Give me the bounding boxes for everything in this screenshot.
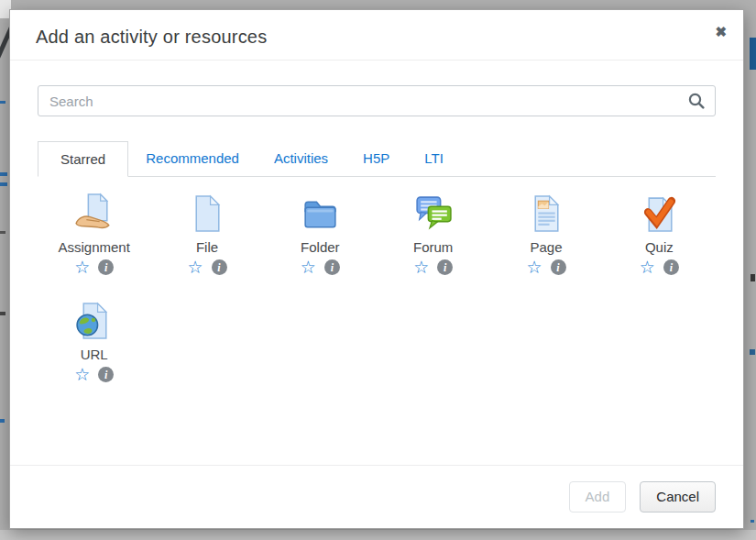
activity-item-folder[interactable]: Folder ☆ i xyxy=(264,193,377,275)
modal-body: Starred Recommended Activities H5P LTI A… xyxy=(10,61,743,465)
background-fragment xyxy=(751,520,754,523)
activity-item-quiz[interactable]: Quiz ☆ i xyxy=(603,193,716,275)
star-icon[interactable]: ☆ xyxy=(413,260,429,275)
star-icon[interactable]: ☆ xyxy=(187,260,203,275)
info-icon[interactable]: i xyxy=(98,367,114,382)
forum-icon[interactable] xyxy=(412,193,455,235)
info-glyph: i xyxy=(331,262,334,273)
tab-lti[interactable]: LTI xyxy=(407,141,461,176)
info-glyph: i xyxy=(104,262,107,273)
modal-header: Add an activity or resources ✖ xyxy=(10,10,743,61)
background-fragment xyxy=(0,419,5,423)
item-controls: ☆ i xyxy=(74,367,114,382)
info-icon[interactable]: i xyxy=(663,259,679,275)
file-icon[interactable] xyxy=(186,193,228,235)
background-fragment xyxy=(0,312,5,315)
activity-item-label[interactable]: File xyxy=(196,239,218,255)
add-button[interactable]: Add xyxy=(569,481,627,512)
search-icon[interactable] xyxy=(687,92,706,110)
cancel-button[interactable]: Cancel xyxy=(640,481,716,512)
item-controls: ☆ i xyxy=(413,259,453,275)
info-glyph: i xyxy=(444,262,446,273)
search-input[interactable] xyxy=(38,85,716,116)
add-activity-modal: Add an activity or resources ✖ Starred R… xyxy=(9,9,744,529)
info-icon[interactable]: i xyxy=(437,259,453,275)
star-icon[interactable]: ☆ xyxy=(74,368,90,382)
background-fragment xyxy=(750,38,756,70)
star-icon[interactable]: ☆ xyxy=(301,260,316,275)
info-icon[interactable]: i xyxy=(98,259,114,275)
activity-item-label[interactable]: Forum xyxy=(413,239,453,255)
assignment-icon[interactable] xyxy=(73,193,115,235)
info-glyph: i xyxy=(670,262,673,273)
url-icon[interactable] xyxy=(73,300,115,342)
tab-recommended[interactable]: Recommended xyxy=(128,141,257,176)
tab-h5p[interactable]: H5P xyxy=(345,141,407,176)
background-fragment xyxy=(0,182,7,186)
quiz-icon[interactable] xyxy=(638,193,680,235)
info-icon[interactable]: i xyxy=(212,259,227,275)
activity-item-label[interactable]: Assignment xyxy=(58,239,129,255)
activity-item-forum[interactable]: Forum ☆ i xyxy=(377,193,489,275)
activity-item-file[interactable]: File ☆ i xyxy=(150,193,263,275)
info-icon[interactable]: i xyxy=(324,259,340,275)
activity-grid: Assignment ☆ i File ☆ i xyxy=(38,193,716,382)
background-fragment xyxy=(0,172,7,176)
activity-item-page[interactable]: Page ☆ i xyxy=(489,193,602,275)
activity-item-url[interactable]: URL ☆ i xyxy=(38,300,150,382)
item-controls: ☆ i xyxy=(187,259,226,275)
tab-bar: Starred Recommended Activities H5P LTI xyxy=(38,141,716,177)
background-fragment xyxy=(750,349,755,355)
tab-starred[interactable]: Starred xyxy=(38,141,128,177)
background-fragment xyxy=(751,274,755,281)
tab-activities[interactable]: Activities xyxy=(257,141,345,176)
info-glyph: i xyxy=(556,262,559,273)
background-fragment xyxy=(0,530,756,540)
info-icon[interactable]: i xyxy=(551,259,566,275)
info-glyph: i xyxy=(104,369,107,380)
star-icon[interactable]: ☆ xyxy=(74,260,90,275)
activity-item-label[interactable]: Folder xyxy=(301,239,340,255)
item-controls: ☆ i xyxy=(301,259,340,275)
modal-title: Add an activity or resources xyxy=(36,27,267,47)
item-controls: ☆ i xyxy=(74,259,114,275)
item-controls: ☆ i xyxy=(640,259,679,275)
page-icon[interactable] xyxy=(525,193,567,235)
modal-footer: Add Cancel xyxy=(10,465,743,528)
close-icon[interactable]: ✖ xyxy=(712,22,729,41)
activity-item-label[interactable]: Quiz xyxy=(645,239,674,255)
search-bar xyxy=(38,85,716,116)
activity-item-label[interactable]: Page xyxy=(530,239,562,255)
activity-item-assignment[interactable]: Assignment ☆ i xyxy=(38,193,150,275)
folder-icon[interactable] xyxy=(299,193,341,235)
background-fragment xyxy=(0,101,5,104)
background-fragment xyxy=(0,231,5,234)
info-glyph: i xyxy=(217,262,220,273)
star-icon[interactable]: ☆ xyxy=(526,260,542,275)
item-controls: ☆ i xyxy=(526,259,565,275)
star-icon[interactable]: ☆ xyxy=(640,260,655,275)
activity-item-label[interactable]: URL xyxy=(81,347,108,362)
